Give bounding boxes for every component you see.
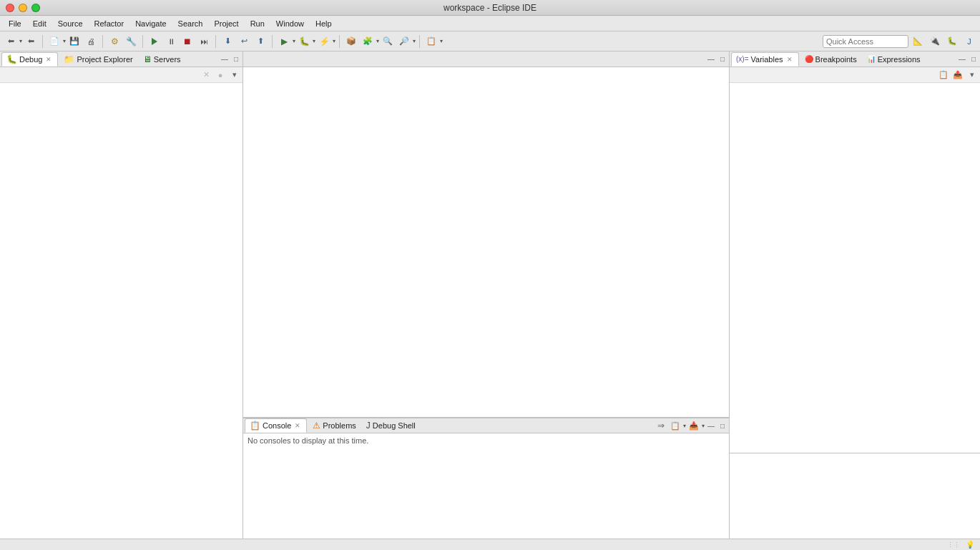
- new-dropdown-icon[interactable]: ▾: [63, 38, 66, 44]
- toolbar-open-perspective-button[interactable]: 📋: [423, 34, 439, 49]
- debug-app-dropdown-icon[interactable]: ▾: [313, 38, 315, 44]
- center-panel-header: — □: [243, 51, 729, 67]
- left-panel-maximize-btn[interactable]: □: [231, 54, 241, 64]
- title-bar: workspace - Eclipse IDE: [0, 0, 980, 16]
- toolbar-step-return-button[interactable]: ⬆: [253, 34, 268, 49]
- console-new-btn[interactable]: 📋: [669, 419, 682, 432]
- left-panel-minimize-btn[interactable]: —: [220, 54, 230, 64]
- menu-project[interactable]: Project: [208, 18, 244, 29]
- right-panel-menu-btn[interactable]: ▾: [966, 69, 979, 82]
- toolbar-run-group: ⏸ ⏹ ⏭: [147, 34, 212, 49]
- console-new-dropdown-icon[interactable]: ▾: [683, 423, 686, 429]
- coverage-dropdown-icon[interactable]: ▾: [333, 38, 335, 44]
- maximize-button[interactable]: [31, 4, 40, 12]
- menu-run[interactable]: Run: [245, 18, 270, 29]
- tab-console[interactable]: 📋 Console ✕: [245, 418, 307, 433]
- menu-navigate[interactable]: Navigate: [129, 18, 172, 29]
- console-tabs: 📋 Console ✕ ⚠ Problems J Debug Shell: [243, 418, 729, 433]
- toolbar-step-into-button[interactable]: ⬇: [220, 34, 235, 49]
- toolbar-coverage-button[interactable]: ⚡: [316, 34, 332, 49]
- close-button[interactable]: [6, 4, 14, 12]
- toolbar-disconnect-button[interactable]: ⏭: [196, 34, 212, 49]
- tab-project-explorer[interactable]: 📁 Project Explorer: [59, 52, 137, 67]
- right-top-minimize-btn[interactable]: —: [957, 54, 967, 64]
- toolbar-ext-1-button[interactable]: 📦: [343, 34, 359, 49]
- toolbar-search-button[interactable]: 🔍: [380, 34, 396, 49]
- toolbar-java-perspective-btn[interactable]: J: [961, 34, 977, 49]
- toolbar-forward-button[interactable]: ⬅: [23, 34, 39, 49]
- toolbar-suspend-button[interactable]: ⏸: [163, 34, 179, 49]
- toolbar-save-button[interactable]: 💾: [67, 34, 82, 49]
- status-light-icon[interactable]: 💡: [966, 541, 974, 549]
- right-panel: (x)= Variables ✕ 🔴 Breakpoints 📊 Express…: [730, 51, 980, 550]
- toolbar-sep-3: [142, 35, 143, 48]
- toolbar-debug-app-button[interactable]: 🐛: [296, 34, 312, 49]
- debug-shell-tab-icon: J: [366, 421, 371, 431]
- right-panel-content: [730, 83, 980, 453]
- toolbar-print-button[interactable]: 🖨: [83, 34, 99, 49]
- toolbar-step-over-button[interactable]: ↩: [236, 34, 252, 49]
- project-explorer-tab-label: Project Explorer: [77, 55, 132, 64]
- persp-dropdown-icon[interactable]: ▾: [440, 38, 443, 44]
- console-tab-close[interactable]: ✕: [293, 421, 302, 430]
- left-panel-menu-btn[interactable]: ▾: [228, 69, 241, 82]
- tab-debug[interactable]: 🐛 Debug ✕: [1, 52, 58, 67]
- menu-edit[interactable]: Edit: [27, 18, 52, 29]
- menu-source[interactable]: Source: [52, 18, 89, 29]
- right-panel-collapse-btn[interactable]: 📤: [951, 69, 964, 82]
- expressions-tab-label: Expressions: [878, 55, 921, 64]
- search-dropdown-icon[interactable]: ▾: [413, 38, 416, 44]
- center-editor-area: — □: [243, 51, 729, 418]
- toolbar-resume-button[interactable]: [147, 34, 162, 49]
- toolbar-debug-group: ⚙ 🔧: [107, 34, 139, 49]
- debug-tab-close[interactable]: ✕: [44, 55, 53, 64]
- menu-search[interactable]: Search: [172, 18, 209, 29]
- toolbar-open-perspective-btn[interactable]: 📐: [910, 34, 926, 49]
- quick-access-input[interactable]: [823, 35, 908, 48]
- toolbar-debug-config-button[interactable]: ⚙: [107, 34, 122, 49]
- toolbar-stop-button[interactable]: ⏹: [180, 34, 195, 49]
- center-maximize-btn[interactable]: □: [717, 54, 727, 64]
- menu-refactor[interactable]: Refactor: [89, 18, 130, 29]
- toolbar-sep-7: [419, 35, 420, 48]
- minimize-button[interactable]: [19, 4, 27, 12]
- toolbar-right-icons: 📐 🔌 🐛 J: [910, 34, 977, 49]
- toolbar-search2-button[interactable]: 🔎: [396, 34, 412, 49]
- back-dropdown-icon[interactable]: ▾: [19, 38, 22, 44]
- right-top-maximize-btn[interactable]: □: [969, 54, 979, 64]
- console-maximize-btn[interactable]: □: [717, 421, 727, 431]
- menu-window[interactable]: Window: [270, 18, 310, 29]
- menu-file[interactable]: File: [3, 18, 27, 29]
- toolbar-back-button[interactable]: ⬅: [3, 34, 19, 49]
- toolbar-ext-2-button[interactable]: 🧩: [360, 34, 376, 49]
- tab-expressions[interactable]: 📊 Expressions: [863, 52, 925, 67]
- toolbar-sep-5: [272, 35, 273, 48]
- console-terminate-btn[interactable]: ⇒: [655, 419, 667, 432]
- tab-servers[interactable]: 🖥 Servers: [139, 52, 185, 67]
- toolbar-run-app-button[interactable]: ▶: [276, 34, 292, 49]
- console-clear-btn[interactable]: 📥: [687, 419, 700, 432]
- toolbar-debug-perspective-btn[interactable]: 🐛: [944, 34, 960, 49]
- toolbar-sep-4: [215, 35, 216, 48]
- toolbar-run-app-group: ▶ ▾ 🐛 ▾ ⚡ ▾: [276, 34, 335, 49]
- console-clear-dropdown-icon[interactable]: ▾: [702, 423, 705, 429]
- center-minimize-btn[interactable]: —: [706, 54, 716, 64]
- menu-help[interactable]: Help: [310, 18, 338, 29]
- tab-breakpoints[interactable]: 🔴 Breakpoints: [800, 52, 861, 67]
- right-bottom-panel: [730, 453, 980, 550]
- run-app-dropdown-icon[interactable]: ▾: [293, 38, 295, 44]
- ext-dropdown-icon[interactable]: ▾: [376, 38, 379, 44]
- toolbar-profile-button[interactable]: 🔧: [123, 34, 139, 49]
- console-minimize-btn[interactable]: —: [706, 421, 716, 431]
- console-tab-icon: 📋: [250, 421, 260, 431]
- toolbar-new-button[interactable]: 📄: [46, 34, 62, 49]
- right-panel-columns-btn[interactable]: 📋: [937, 69, 950, 82]
- toolbar: ⬅ ▾ ⬅ 📄 ▾ 💾 🖨 ⚙ 🔧 ⏸: [0, 31, 980, 51]
- tab-variables[interactable]: (x)= Variables ✕: [731, 52, 799, 67]
- right-panel-tabs: (x)= Variables ✕ 🔴 Breakpoints 📊 Express…: [730, 51, 980, 67]
- toolbar-customize-perspective-btn[interactable]: 🔌: [927, 34, 943, 49]
- variables-tab-close[interactable]: ✕: [785, 55, 794, 64]
- expressions-tab-icon: 📊: [867, 55, 876, 63]
- tab-debug-shell[interactable]: J Debug Shell: [362, 418, 420, 433]
- tab-problems[interactable]: ⚠ Problems: [308, 418, 360, 433]
